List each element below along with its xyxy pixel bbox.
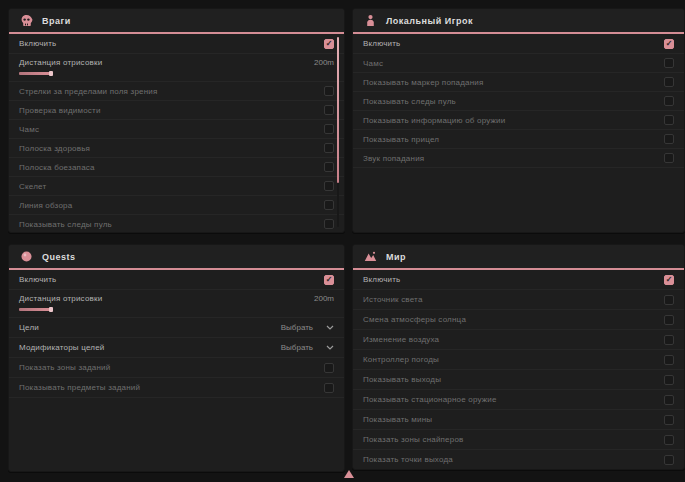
settings-row: Звук попадания (353, 149, 684, 168)
settings-row: Смена атмосферы солнца (353, 310, 684, 330)
checkbox[interactable] (664, 455, 674, 465)
slider-value: 200m (314, 294, 334, 303)
check-icon: ✓ (326, 39, 333, 47)
checkbox[interactable] (664, 115, 674, 125)
dropdown-select[interactable]: Выбрать (281, 343, 334, 352)
checkbox[interactable] (664, 295, 674, 305)
checkbox[interactable] (664, 58, 674, 68)
checkbox[interactable] (664, 77, 674, 87)
settings-row: Показать зоны заданий (9, 358, 344, 378)
scrollbar-thumb[interactable] (337, 37, 339, 183)
setting-label: Показывать информацию об оружии (363, 116, 505, 125)
settings-row: Показывать маркер попадания (353, 73, 684, 92)
settings-row: Показывать прицел (353, 130, 684, 149)
checkbox[interactable] (324, 383, 334, 393)
checkbox-checked[interactable]: ✓ (324, 275, 334, 285)
checkbox-checked[interactable]: ✓ (324, 39, 334, 49)
setting-label: Включить (19, 39, 57, 48)
setting-label: Показывать предметы заданий (19, 383, 140, 392)
panel-local-player: Локальный Игрок Включить✓ЧамсПоказывать … (352, 8, 685, 233)
checkbox[interactable] (664, 375, 674, 385)
setting-label: Изменение воздуха (363, 335, 439, 344)
settings-row: Стрелки за пределами поля зрения (9, 82, 344, 101)
chevron-down-icon (326, 345, 334, 350)
panel-body: Включить✓Дистанция отрисовки200mСтрелки … (9, 34, 344, 233)
setting-label: Показать зоны снайперов (363, 435, 464, 444)
player-icon (364, 14, 377, 27)
panel-header: Враги (9, 9, 344, 34)
quest-icon (20, 250, 33, 263)
settings-row: Показать зоны снайперов (353, 430, 684, 450)
settings-row: Включить✓ (9, 270, 344, 290)
checkbox[interactable] (664, 415, 674, 425)
setting-label: Показывать маркер попадания (363, 78, 484, 87)
checkbox[interactable] (324, 181, 334, 191)
render-distance-slider[interactable] (19, 71, 334, 76)
checkbox[interactable] (664, 355, 674, 365)
settings-row: Линия обзора (9, 196, 344, 215)
checkbox-checked[interactable]: ✓ (664, 39, 674, 49)
check-icon: ✓ (666, 275, 673, 283)
setting-label: Чамс (363, 59, 383, 68)
settings-row: Полоска здоровья (9, 139, 344, 158)
setting-label: Чамс (19, 125, 39, 134)
setting-label: Звук попадания (363, 154, 424, 163)
check-icon: ✓ (326, 275, 333, 283)
checkbox[interactable] (664, 96, 674, 106)
panel-body: Включить✓Дистанция отрисовки200mЦелиВыбр… (9, 270, 344, 398)
checkbox[interactable] (324, 363, 334, 373)
slider-thumb[interactable] (49, 307, 53, 312)
checkbox[interactable] (324, 219, 334, 229)
setting-label: Стрелки за пределами поля зрения (19, 87, 158, 96)
slider-fill (19, 72, 51, 75)
panel-world: Мир Включить✓Источник светаСмена атмосфе… (352, 244, 685, 470)
settings-row: Показывать выходы (353, 370, 684, 390)
render-distance-row: Дистанция отрисовки200m (9, 54, 344, 82)
setting-label: Показывать следы пуль (363, 97, 456, 106)
setting-label: Показывать стационарное оружие (363, 395, 497, 404)
panel-body: Включить✓ЧамсПоказывать маркер попадания… (353, 34, 684, 168)
settings-row: Полоска боезапаса (9, 158, 344, 177)
world-icon (364, 250, 377, 263)
panel-body: Включить✓Источник светаСмена атмосферы с… (353, 270, 684, 470)
settings-row: Скелет (9, 177, 344, 196)
checkbox-checked[interactable]: ✓ (664, 275, 674, 285)
checkbox[interactable] (664, 435, 674, 445)
setting-label: Включить (363, 39, 401, 48)
checkbox[interactable] (324, 143, 334, 153)
settings-row: Показывать стационарное оружие (353, 390, 684, 410)
checkbox[interactable] (324, 162, 334, 172)
setting-label: Показать зоны заданий (19, 363, 110, 372)
setting-label: Дистанция отрисовки (19, 58, 102, 67)
panel-title: Quests (42, 252, 76, 262)
dropdown-value: Выбрать (281, 343, 313, 352)
settings-row: Чамс (353, 54, 684, 73)
checkbox[interactable] (664, 395, 674, 405)
setting-label: Контроллер погоды (363, 355, 439, 364)
checkbox[interactable] (324, 86, 334, 96)
setting-label: Дистанция отрисовки (19, 294, 102, 303)
setting-label: Показывать прицел (363, 135, 439, 144)
checkbox[interactable] (664, 335, 674, 345)
dropdown-value: Выбрать (281, 323, 313, 332)
settings-row: Показывать предметы заданий (9, 378, 344, 398)
settings-row: Включить✓ (353, 270, 684, 290)
slider-thumb[interactable] (49, 71, 53, 76)
checkbox[interactable] (664, 315, 674, 325)
setting-label: Проверка видимости (19, 106, 101, 115)
checkbox[interactable] (324, 105, 334, 115)
settings-row: Источник света (353, 290, 684, 310)
cursor (344, 470, 354, 478)
checkbox[interactable] (664, 134, 674, 144)
setting-label: Модификаторы целей (19, 343, 104, 352)
render-distance-slider[interactable] (19, 307, 334, 312)
dropdown-select[interactable]: Выбрать (281, 323, 334, 332)
settings-row: Показывать следы пуль (353, 92, 684, 111)
checkbox[interactable] (324, 124, 334, 134)
settings-row: Показывать следы пуль (9, 215, 344, 233)
setting-label: Включить (19, 275, 57, 284)
panel-header: Локальный Игрок (353, 9, 684, 34)
checkbox[interactable] (664, 153, 674, 163)
checkbox[interactable] (324, 200, 334, 210)
settings-row: Показывать мины (353, 410, 684, 430)
